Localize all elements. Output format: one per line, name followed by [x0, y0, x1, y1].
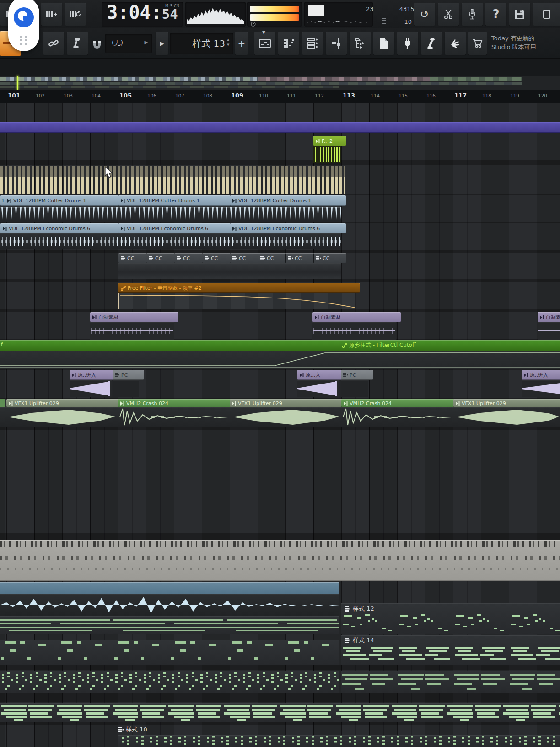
clip-intro-2[interactable]: 原...入	[297, 370, 343, 380]
clip-homemade-3[interactable]: 自制素材	[538, 312, 560, 322]
clip-pattern10-label[interactable]: 样式 10	[118, 725, 147, 734]
clip-cc-1[interactable]: CC	[118, 253, 150, 263]
link-controllers-button[interactable]	[43, 32, 64, 55]
clip-intro-1[interactable]: 原..进入	[70, 370, 116, 380]
clip-f2[interactable]: F.._2	[313, 136, 346, 146]
economic-waveform[interactable]	[0, 233, 341, 249]
project-picker-button[interactable]	[373, 32, 394, 55]
clip-pattern10-notes[interactable]	[118, 735, 560, 747]
clip-uplifter-3[interactable]: VFX1 Uplifter 029	[453, 399, 560, 407]
cut-tool-button[interactable]	[438, 3, 459, 26]
help-button[interactable]: ?	[485, 3, 506, 26]
clip-cc-7[interactable]: CC	[285, 253, 318, 263]
clip-economic-1[interactable]: VDE 128BPM Economic Drums 6	[0, 223, 123, 233]
clip-pattern12[interactable]: 样式 12	[341, 603, 560, 634]
plugin-picker-button[interactable]	[397, 32, 418, 55]
undo-button[interactable]: ↺	[414, 3, 435, 26]
record-audio-button[interactable]	[462, 3, 483, 26]
clip-crash-sliver[interactable]	[0, 399, 5, 407]
clip-cc-3[interactable]: CC	[174, 253, 206, 263]
clip-filterctl[interactable]: f 原乡柱式 - FilterCtl Cutoff	[0, 340, 560, 351]
piano-roll-button[interactable]	[278, 32, 299, 55]
add-window-button[interactable]	[41, 3, 62, 26]
clip-cc-6[interactable]: CC	[258, 253, 290, 263]
clip-pattern14[interactable]: 样式 14	[341, 635, 560, 665]
chop-bars-bottom[interactable]	[0, 177, 345, 194]
clip-economic-2[interactable]: VDE 128BPM Economic Drums 6	[118, 223, 234, 233]
clip-cutter-2[interactable]: VDE 128BPM Cutter Drums 1	[118, 195, 234, 206]
snap-magnet-icon[interactable]	[92, 38, 102, 49]
clip-homemade-3-waveform[interactable]	[538, 322, 560, 340]
snap-arrow-icon: ▶	[145, 39, 148, 45]
add-pattern-button[interactable]: +	[235, 32, 248, 55]
playlist-view-button[interactable]: ▼	[254, 32, 275, 55]
clip-intro-1-riser[interactable]	[70, 380, 112, 397]
typing-keyboard-to-piano-button[interactable]	[67, 32, 88, 55]
vocal-waveform[interactable]	[0, 594, 339, 616]
playlist-grid[interactable]: F.._2 1 VDE 128BPM Cutter Drums 1 VDE 12…	[0, 103, 560, 747]
cutter-waveform[interactable]	[0, 206, 341, 222]
clip-vocal-audio[interactable]	[0, 582, 339, 594]
clip-overview-gray[interactable]	[0, 540, 560, 581]
clip-cc-2[interactable]: CC	[146, 253, 178, 263]
clip-label: 1	[1, 198, 5, 204]
extra-toolbar-button[interactable]	[533, 3, 560, 26]
playlist-minimap[interactable]	[0, 76, 560, 90]
clip-intro-2-riser[interactable]	[297, 380, 339, 397]
oscilloscope-panel[interactable]	[185, 2, 246, 27]
clip-free-filter[interactable]: Free Filter - 电音副歌 - 频率 #2	[118, 283, 360, 293]
clip-homemade-2[interactable]: 自制素材	[312, 312, 401, 322]
cpu-meter-panel[interactable]	[247, 2, 302, 27]
pattern-spinner[interactable]: ▲▼	[227, 38, 231, 48]
clip-crash-1[interactable]: VMH2 Crash 024	[118, 399, 234, 407]
drag-handle-dots-icon[interactable]	[19, 35, 28, 46]
free-filter-curve-body[interactable]	[118, 293, 355, 309]
clip-homemade-1[interactable]: 自制素材	[90, 312, 178, 322]
tuner-button[interactable]	[421, 32, 442, 55]
snap-selector[interactable]: (无) ▶	[105, 34, 152, 53]
minimap-playhead[interactable]	[17, 76, 18, 90]
clip-pattern12-left[interactable]	[0, 616, 339, 634]
timeline-marker-bar[interactable]	[0, 122, 560, 133]
clip-pc-2-body[interactable]	[341, 380, 368, 397]
ruler[interactable]: 1011021031041051061071081091101111121131…	[0, 90, 560, 103]
clip-dense-pattern-right[interactable]	[341, 671, 560, 693]
clip-economic-3[interactable]: VDE 128BPM Economic Drums 6	[230, 223, 346, 233]
clip-crash-2[interactable]: VMH2 Crash 024	[341, 399, 457, 407]
clip-cc-5[interactable]: CC	[230, 253, 262, 263]
clock-icon	[251, 22, 256, 27]
mixer-button[interactable]	[326, 32, 347, 55]
chop-bars-top[interactable]	[0, 166, 345, 177]
channel-rack-button[interactable]	[302, 32, 323, 55]
touch-controller-button[interactable]	[445, 32, 466, 55]
filterctl-curve-body[interactable]	[0, 351, 560, 369]
clip-uplifter-2[interactable]: VFX1 Uplifter 029	[230, 399, 345, 407]
cycle-windows-button[interactable]	[65, 3, 86, 26]
clip-uplifter-1[interactable]: VFX1 Uplifter 029	[6, 399, 122, 407]
clip-cutter-1[interactable]: VDE 128BPM Cutter Drums 1	[5, 195, 123, 206]
clip-pattern14-left[interactable]	[0, 640, 339, 665]
clip-pc-2[interactable]: PC	[341, 370, 373, 380]
floating-widget[interactable]	[8, 0, 39, 51]
routing-button[interactable]	[350, 32, 371, 55]
clip-cutter-3[interactable]: VDE 128BPM Cutter Drums 1	[230, 195, 346, 206]
clip-homemade-2-waveform[interactable]	[312, 322, 396, 340]
clip-cc-8[interactable]: CC	[313, 253, 346, 263]
fx-row-waveforms[interactable]	[0, 407, 560, 427]
save-button[interactable]	[509, 3, 530, 26]
pattern-selector[interactable]: 样式 13 ▲▼	[170, 33, 233, 54]
clip-intro-3-riser[interactable]	[522, 380, 560, 397]
clip-intro-3[interactable]: 原..进入	[522, 370, 560, 380]
clip-pc-1[interactable]: PC	[113, 370, 144, 380]
clip-homemade-1-waveform[interactable]	[90, 322, 174, 340]
time-display[interactable]: M:S:CS 3:04: 54	[102, 2, 183, 27]
pattern-picker-arrow-button[interactable]: ▶	[156, 32, 168, 55]
shop-button[interactable]	[468, 32, 487, 55]
clip-f2-waveform[interactable]	[313, 146, 341, 163]
clip-dense-pattern-left[interactable]	[0, 671, 339, 693]
clip-pc-1-body[interactable]	[113, 380, 139, 397]
clip-chord-pattern[interactable]	[0, 703, 560, 722]
clip-cc-4[interactable]: CC	[202, 253, 234, 263]
update-notice[interactable]: Today 有更新的 Studio 版本可用	[491, 34, 560, 51]
cc-body[interactable]	[118, 263, 341, 279]
